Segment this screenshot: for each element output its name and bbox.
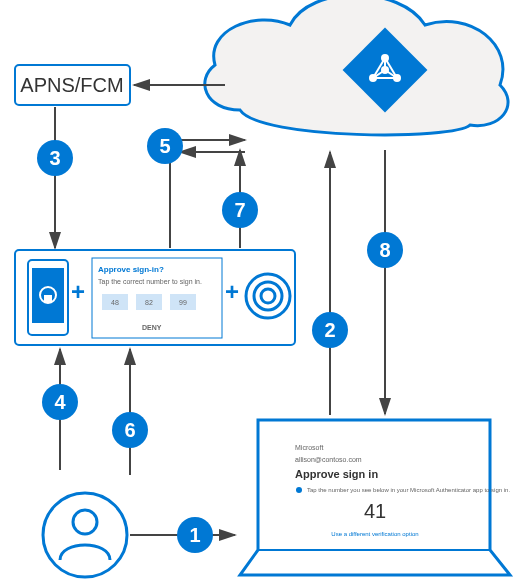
step-5: 5 (147, 128, 183, 164)
phone-lock-icon (28, 260, 68, 335)
svg-text:6: 6 (124, 419, 135, 441)
svg-text:99: 99 (179, 299, 187, 306)
svg-text:5: 5 (159, 135, 170, 157)
svg-text:82: 82 (145, 299, 153, 306)
svg-text:1: 1 (189, 524, 200, 546)
svg-point-55 (296, 487, 302, 493)
step-7: 7 (222, 192, 258, 228)
svg-text:Approve sign-in?: Approve sign-in? (98, 265, 164, 274)
step-1: 1 (177, 517, 213, 553)
step-8: 8 (367, 232, 403, 268)
user-icon (43, 493, 127, 577)
svg-text:48: 48 (111, 299, 119, 306)
step-3: 3 (37, 140, 73, 176)
svg-text:Tap the number you see below i: Tap the number you see below in your Mic… (307, 487, 510, 493)
svg-text:Microsoft: Microsoft (295, 444, 323, 451)
approve-card: Approve sign-in? Tap the correct number … (92, 258, 222, 338)
plus-icon: + (71, 278, 85, 305)
svg-text:Tap the correct number to sign: Tap the correct number to sign in. (98, 278, 202, 286)
svg-text:Use a different verification o: Use a different verification option (331, 531, 418, 537)
svg-text:DENY: DENY (142, 324, 162, 331)
svg-text:7: 7 (234, 199, 245, 221)
svg-rect-26 (44, 295, 52, 303)
step-6: 6 (112, 412, 148, 448)
step-4: 4 (42, 384, 78, 420)
auth-flow-diagram: APNS/FCM 3 5 7 + Approve sign-in? Tap th… (0, 0, 522, 585)
svg-text:4: 4 (54, 391, 66, 413)
svg-text:3: 3 (49, 147, 60, 169)
svg-text:8: 8 (379, 239, 390, 261)
svg-text:Approve sign in: Approve sign in (295, 468, 378, 480)
step-2: 2 (312, 312, 348, 348)
laptop-node: Microsoft allison@contoso.com Approve si… (240, 420, 510, 575)
svg-text:41: 41 (364, 500, 386, 522)
apns-fcm-label: APNS/FCM (20, 74, 123, 96)
svg-text:allison@contoso.com: allison@contoso.com (295, 456, 362, 463)
svg-text:2: 2 (324, 319, 335, 341)
plus-icon-2: + (225, 278, 239, 305)
